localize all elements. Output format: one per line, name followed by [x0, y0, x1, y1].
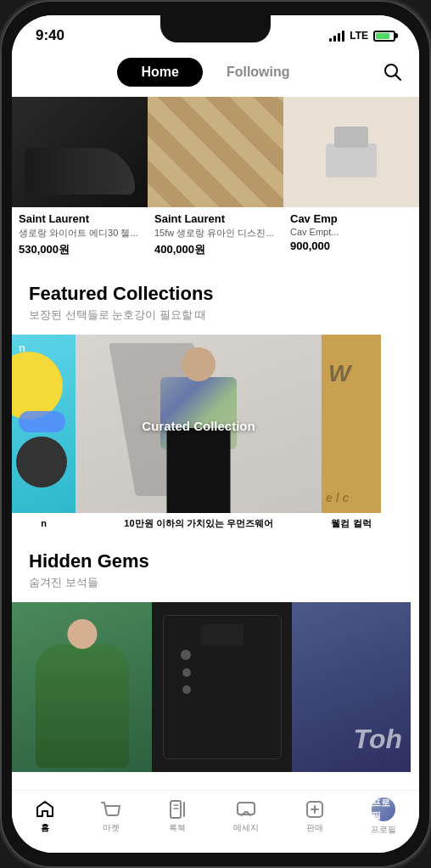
market-icon — [101, 799, 121, 820]
list-item[interactable]: Toh — [292, 602, 411, 772]
profile-avatar: 프로필 — [372, 798, 395, 821]
gem-jacket — [163, 615, 282, 759]
product-image — [12, 97, 148, 207]
featured-collections-section: Featured Collections 보장된 선택들로 눈호강이 필요할 때 — [12, 266, 419, 323]
product-image — [283, 97, 419, 207]
model-head — [182, 347, 216, 381]
tab-label-market: 마켓 — [103, 822, 120, 834]
left-caption: n — [12, 513, 76, 533]
collection-label: Curated Collection — [142, 419, 255, 433]
cork-panel[interactable]: W e l c — [322, 335, 381, 513]
tab-following[interactable]: Following — [203, 58, 314, 87]
tab-label-sell: 판매 — [306, 822, 323, 834]
message-icon — [236, 799, 256, 820]
decorative-glasses — [19, 411, 65, 432]
svg-rect-2 — [326, 144, 377, 178]
tab-item-home[interactable]: 홈 — [35, 799, 55, 834]
svg-line-1 — [396, 76, 401, 81]
product-desc: 생로랑 와이어트 에디30 첼... — [19, 227, 141, 240]
hidden-gems-section: Hidden Gems 숨겨진 보석들 — [12, 533, 419, 590]
gem-model-head — [67, 619, 97, 649]
cork-decoration: e l c — [326, 491, 349, 504]
main-caption: 10만원 이하의 가치있는 우먼즈웨어 — [76, 513, 322, 533]
right-caption: 웰컴 컬럭 — [322, 513, 381, 533]
nav-tabs: Home Following — [117, 58, 313, 87]
product-brand: Saint Laurent — [154, 212, 277, 225]
list-item[interactable] — [12, 602, 152, 772]
search-button[interactable] — [383, 63, 402, 85]
product-image — [148, 97, 283, 207]
tab-label-profile: 프로필 — [371, 824, 396, 836]
decorative-circle — [12, 352, 63, 420]
nav-header: Home Following — [12, 51, 419, 97]
scroll-content[interactable]: Saint Laurent 생로랑 와이어트 에디30 첼... 530,000… — [12, 97, 419, 790]
tab-bar: 홈 마켓 록북 — [12, 790, 419, 853]
tab-item-lookbook[interactable]: 록북 — [167, 799, 188, 834]
section-title: Hidden Gems — [29, 550, 402, 572]
product-brand: Saint Laurent — [19, 212, 141, 225]
product-brand: Cav Emp — [290, 212, 412, 225]
tab-label-home: 홈 — [41, 822, 49, 834]
status-time: 9:40 — [36, 27, 64, 44]
section-subtitle: 보장된 선택들로 눈호강이 필요할 때 — [29, 307, 402, 323]
model-pants — [167, 428, 231, 513]
battery-icon — [373, 31, 395, 42]
tab-label-lookbook: 록북 — [169, 822, 186, 834]
home-icon — [35, 799, 55, 820]
collection-left-panel[interactable]: n — [12, 335, 76, 513]
lte-label: LTE — [350, 30, 368, 42]
tab-label-message: 메세지 — [233, 822, 259, 834]
product-info: Saint Laurent 생로랑 와이어트 에디30 첼... 530,000… — [12, 207, 148, 266]
button-2 — [182, 668, 191, 677]
toh-label: Toh — [354, 724, 402, 755]
lookbook-icon — [167, 799, 188, 820]
product-price: 400,000원 — [154, 242, 277, 257]
tab-item-market[interactable]: 마켓 — [101, 799, 121, 834]
button-1 — [181, 650, 191, 660]
gems-row[interactable]: Toh — [12, 602, 419, 786]
product-info: Saint Laurent 15fw 생로랑 유아인 디스진... 400,00… — [148, 207, 283, 266]
section-title: Featured Collections — [29, 283, 402, 305]
product-desc: 15fw 생로랑 유아인 디스진... — [154, 227, 277, 240]
cork-letter: W — [328, 360, 350, 387]
collections-row[interactable]: n n — [12, 335, 419, 533]
section-subtitle: 숨겨진 보석들 — [29, 575, 402, 590]
collection-right-wrapper: W e l c 웰컴 컬럭 — [322, 335, 381, 533]
signal-icon — [329, 30, 344, 42]
product-desc: Cav Empt... — [290, 227, 412, 237]
product-info: Cav Emp Cav Empt... 900,000 — [283, 207, 419, 261]
product-price: 530,000원 — [19, 242, 141, 257]
product-row: Saint Laurent 생로랑 와이어트 에디30 첼... 530,000… — [12, 97, 419, 266]
tab-home[interactable]: Home — [117, 58, 202, 87]
status-icons: LTE — [329, 30, 395, 42]
decorative-pan — [16, 437, 67, 488]
list-item[interactable]: Saint Laurent 생로랑 와이어트 에디30 첼... 530,000… — [12, 97, 148, 266]
sell-icon — [305, 799, 325, 820]
tab-item-sell[interactable]: 판매 — [305, 799, 325, 834]
left-caption-letter: n — [19, 341, 25, 354]
main-collection-panel[interactable]: Curated Collection — [76, 335, 322, 513]
svg-rect-4 — [171, 801, 181, 818]
button-3 — [182, 685, 191, 694]
list-item[interactable]: Cav Emp Cav Empt... 900,000 — [283, 97, 419, 266]
gem-model-coat — [36, 645, 129, 768]
collection-main-wrapper: Curated Collection 10만원 이하의 가치있는 우먼즈웨어 — [76, 335, 322, 533]
svg-rect-3 — [334, 127, 368, 148]
tab-item-profile[interactable]: 프로필 프로필 — [371, 798, 396, 836]
list-item[interactable] — [152, 602, 292, 772]
list-item[interactable]: Saint Laurent 15fw 생로랑 유아인 디스진... 400,00… — [148, 97, 283, 266]
collection-left-wrapper: n n — [12, 335, 76, 533]
tab-item-message[interactable]: 메세지 — [233, 799, 259, 834]
jacket-collar — [201, 624, 243, 645]
product-price: 900,000 — [290, 240, 412, 252]
